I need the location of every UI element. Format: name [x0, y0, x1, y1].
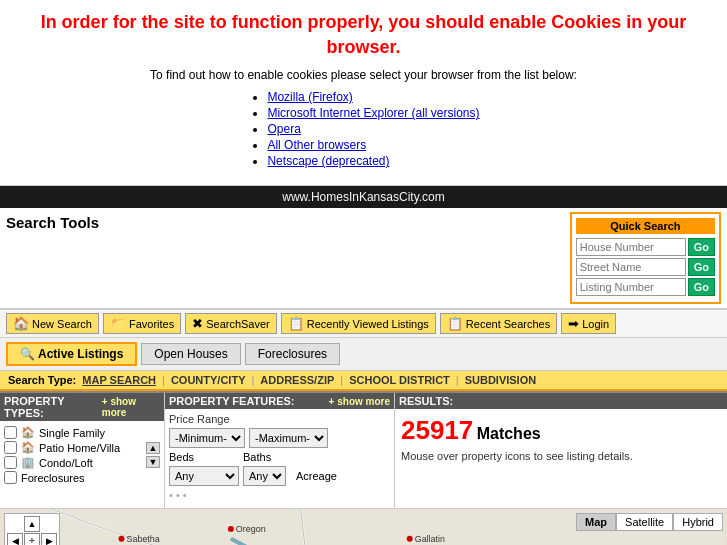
map-pan-right[interactable]: ▶: [41, 533, 57, 545]
quick-search-title: Quick Search: [576, 218, 715, 234]
search-type-bar: Search Type: MAP SEARCH | COUNTY/CITY | …: [0, 371, 727, 391]
browser-item-other: All Other browsers: [267, 138, 479, 152]
house-number-go[interactable]: Go: [688, 238, 715, 256]
recently-viewed-button[interactable]: 📋Recently Viewed Listings: [281, 313, 436, 334]
house-icon: 🏠: [21, 426, 35, 439]
browser-item-netscape: Netscape (deprecated): [267, 154, 479, 168]
property-types-header: PROPERTY TYPES: + show more: [0, 393, 164, 421]
map-btn-hybrid[interactable]: Hybrid: [673, 513, 723, 531]
map-btn-map[interactable]: Map: [576, 513, 616, 531]
more-row: • • •: [169, 489, 390, 501]
new-search-button[interactable]: 🏠New Search: [6, 313, 99, 334]
favorites-button[interactable]: 📁Favorites: [103, 313, 181, 334]
results-count: 25917: [401, 415, 473, 445]
map-center[interactable]: ✛: [24, 533, 40, 545]
map-type-controls: Map Satellite Hybrid: [576, 513, 723, 531]
tabs-row: 🔍 Active Listings Open Houses Foreclosur…: [0, 338, 727, 371]
school-district-option[interactable]: SCHOOL DISTRICT: [349, 374, 450, 386]
prop-foreclosures: Foreclosures: [4, 470, 142, 485]
search-type-label: Search Type:: [8, 374, 76, 386]
house-number-input[interactable]: [576, 238, 686, 256]
search-saver-button[interactable]: ✖SearchSaver: [185, 313, 277, 334]
recent-searches-button[interactable]: 📋Recent Searches: [440, 313, 557, 334]
street-name-go[interactable]: Go: [688, 258, 715, 276]
login-button[interactable]: ➡Login: [561, 313, 616, 334]
beds-baths-row: Any Any Acreage: [169, 466, 390, 486]
show-more-types[interactable]: + show more: [102, 396, 160, 418]
tab-foreclosures[interactable]: Foreclosures: [245, 343, 340, 365]
listing-number-input[interactable]: [576, 278, 686, 296]
street-name-row: Go: [576, 258, 715, 276]
listing-number-row: Go: [576, 278, 715, 296]
svg-text:Oregon: Oregon: [236, 524, 266, 534]
results-panel: RESULTS: 25917 Matches Mouse over proper…: [395, 393, 727, 508]
clipboard-icon: 📋: [288, 316, 304, 331]
svg-point-11: [407, 536, 413, 542]
site-bar: www.HomesInKansasCity.com: [0, 186, 727, 208]
map-btn-satellite[interactable]: Satellite: [616, 513, 673, 531]
x-icon: ✖: [192, 316, 203, 331]
toolbar: 🏠New Search 📁Favorites ✖SearchSaver 📋Rec…: [0, 309, 727, 338]
site-url: www.HomesInKansasCity.com: [282, 190, 445, 204]
property-features-header: PROPERTY FEATURES: + show more: [165, 393, 394, 409]
house-number-row: Go: [576, 238, 715, 256]
more-placeholder: • • •: [169, 489, 187, 501]
svg-point-7: [228, 526, 234, 532]
browser-item-ie: Microsoft Internet Explorer (all version…: [267, 106, 479, 120]
beds-label: Beds: [169, 451, 239, 463]
prop-patio-home: 🏠 Patio Home/Villa: [4, 440, 142, 455]
street-name-input[interactable]: [576, 258, 686, 276]
cookie-instruction: To find out how to enable cookies please…: [20, 68, 707, 82]
prop-single-family: 🏠 Single Family: [4, 425, 142, 440]
condo-icon: 🏢: [21, 456, 35, 469]
beds-select[interactable]: Any: [169, 466, 239, 486]
subdivision-option[interactable]: SUBDIVISION: [465, 374, 537, 386]
map-area: Sabetha Hiawatha Oregon Savannah Gallati…: [0, 508, 727, 545]
quick-search-box: Quick Search Go Go Go: [570, 212, 721, 304]
three-panels: PROPERTY TYPES: + show more 🏠 Single Fam…: [0, 391, 727, 508]
svg-point-3: [119, 536, 125, 542]
checkbox-condo[interactable]: [4, 456, 17, 469]
map-pan-left[interactable]: ◀: [7, 533, 23, 545]
property-types-panel: PROPERTY TYPES: + show more 🏠 Single Fam…: [0, 393, 165, 508]
results-matches: Matches: [477, 425, 541, 442]
svg-text:Gallatin: Gallatin: [415, 534, 445, 544]
map-search-option[interactable]: MAP SEARCH: [82, 374, 156, 386]
price-range-row: Price Range: [169, 413, 390, 425]
beds-baths-label-row: Beds Baths: [169, 451, 390, 463]
county-city-option[interactable]: COUNTY/CITY: [171, 374, 246, 386]
price-min-max-row: -Minimum- -Maximum-: [169, 428, 390, 448]
tab-active-listings[interactable]: 🔍 Active Listings: [6, 342, 137, 366]
map-navigation: ▲ ◀ ✛ ▶ ▼ + -: [4, 513, 60, 545]
map-pan-up[interactable]: ▲: [24, 516, 40, 532]
home-icon: 🏠: [13, 316, 29, 331]
scroll-up-btn[interactable]: ▲: [146, 442, 160, 454]
price-min-select[interactable]: -Minimum-: [169, 428, 245, 448]
baths-select[interactable]: Any: [243, 466, 286, 486]
checkbox-foreclosures[interactable]: [4, 471, 17, 484]
tab-open-houses[interactable]: Open Houses: [141, 343, 240, 365]
baths-label: Baths: [243, 451, 271, 463]
browser-list: Mozilla (Firefox) Microsoft Internet Exp…: [247, 88, 479, 170]
arrow-icon: ➡: [568, 316, 579, 331]
scroll-down-btn[interactable]: ▼: [146, 456, 160, 468]
price-max-select[interactable]: -Maximum-: [249, 428, 328, 448]
browser-item-opera: Opera: [267, 122, 479, 136]
prop-types-scroll: ▲ ▼: [146, 425, 160, 485]
clipboard2-icon: 📋: [447, 316, 463, 331]
address-zip-option[interactable]: ADDRESS/ZIP: [260, 374, 334, 386]
search-tools-title: Search Tools: [6, 212, 99, 231]
checkbox-single-family[interactable]: [4, 426, 17, 439]
listing-number-go[interactable]: Go: [688, 278, 715, 296]
results-header: RESULTS:: [395, 393, 727, 409]
cookie-warning-section: In order for the site to function proper…: [0, 0, 727, 186]
folder-icon: 📁: [110, 316, 126, 331]
prop-condo: 🏢 Condo/Loft: [4, 455, 142, 470]
checkbox-patio-home[interactable]: [4, 441, 17, 454]
svg-text:Sabetha: Sabetha: [126, 534, 159, 544]
show-more-features[interactable]: + show more: [329, 396, 390, 407]
cookie-warning-heading: In order for the site to function proper…: [20, 10, 707, 60]
patio-icon: 🏠: [21, 441, 35, 454]
browser-item-firefox: Mozilla (Firefox): [267, 90, 479, 104]
property-features-panel: PROPERTY FEATURES: + show more Price Ran…: [165, 393, 395, 508]
